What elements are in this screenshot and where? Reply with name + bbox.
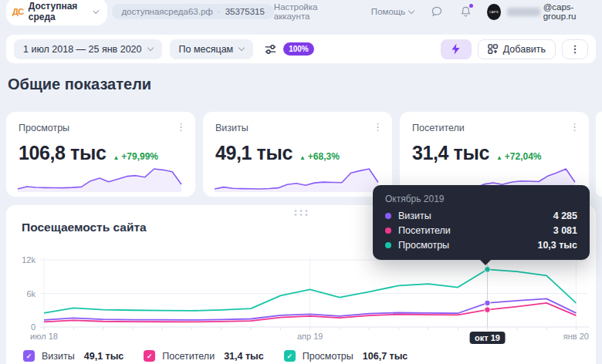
y-axis-label: 6k bbox=[6, 289, 36, 298]
date-range-label: 1 июл 2018 — 25 янв 2020 bbox=[23, 44, 142, 55]
metric-card-visits[interactable]: Визиты 49,1 тыс ▲+68,3% bbox=[203, 112, 392, 197]
card-menu-kebab-icon[interactable] bbox=[570, 121, 580, 133]
metric-cards-row: Просмотры 106,8 тыс ▲+79,99% Визиты 49,1… bbox=[6, 112, 589, 197]
counter-id: 35375315 bbox=[225, 7, 265, 16]
date-range-picker[interactable]: 1 июл 2018 — 25 янв 2020 bbox=[14, 39, 162, 59]
legend-checkbox[interactable] bbox=[284, 350, 296, 362]
sampling-control[interactable]: 100% bbox=[264, 42, 314, 56]
metric-card-visitors[interactable]: Посетители 31,4 тыс ▲+72,04% bbox=[400, 112, 589, 197]
avatar[interactable]: CAPS bbox=[487, 4, 500, 20]
metric-value: 49,1 тыс bbox=[215, 142, 293, 164]
grouping-select[interactable]: По месяцам bbox=[170, 39, 254, 59]
legend-item-views[interactable]: Просмотры 106,7 тыс bbox=[284, 350, 408, 362]
line-chart-plot[interactable]: 06k12kиюл 18апр 19окт 19янв 20 bbox=[6, 250, 596, 350]
metric-title: Визиты bbox=[215, 123, 380, 133]
metric-title: Посетители bbox=[412, 123, 577, 133]
card-menu-kebab-icon[interactable] bbox=[176, 121, 186, 133]
grouping-label: По месяцам bbox=[179, 44, 234, 55]
notification-dot bbox=[469, 4, 473, 8]
delta-up-icon: ▲ bbox=[113, 154, 119, 161]
user-name-redacted bbox=[507, 8, 540, 16]
metric-value: 106,8 тыс bbox=[19, 142, 106, 164]
chart-legend: Визиты 49,1 тыс Посетители 31,4 тыс Прос… bbox=[23, 350, 408, 362]
x-axis-label: июл 18 bbox=[30, 332, 58, 341]
card-menu-kebab-icon[interactable] bbox=[373, 121, 383, 133]
account-settings-link[interactable]: Настройка аккаунта bbox=[274, 2, 342, 21]
x-axis-label: апр 19 bbox=[297, 332, 323, 341]
project-switcher[interactable]: ДС Доступная среда bbox=[6, 0, 107, 25]
metric-card-views[interactable]: Просмотры 106,8 тыс ▲+79,99% bbox=[6, 112, 195, 197]
metrica-dashboard: ДС Доступная среда доступнаясреда63.рф 3… bbox=[0, 0, 602, 364]
widgets-grid-icon bbox=[488, 44, 498, 54]
ai-assistant-button[interactable] bbox=[441, 39, 472, 59]
chevron-down-icon bbox=[408, 7, 414, 13]
delta-up-icon: ▲ bbox=[496, 154, 502, 161]
sparkline-chart bbox=[214, 163, 379, 192]
notifications-bell-icon[interactable] bbox=[460, 5, 472, 18]
add-widget-label: Добавить bbox=[503, 44, 546, 55]
tooltip-row: Визиты 4 285 bbox=[385, 211, 577, 221]
x-axis-label: янв 20 bbox=[563, 332, 589, 341]
chat-icon[interactable] bbox=[431, 5, 443, 18]
legend-checkbox[interactable] bbox=[144, 350, 155, 362]
dot-separator bbox=[218, 7, 221, 16]
section-title: Общие показатели bbox=[8, 76, 151, 93]
legend-item-visits[interactable]: Визиты 49,1 тыс bbox=[23, 350, 123, 362]
user-email[interactable]: @caps-group.ru bbox=[543, 2, 596, 21]
legend-checkbox[interactable] bbox=[23, 350, 35, 362]
y-axis-label: 0 bbox=[6, 322, 36, 332]
chart-tooltip: Октябрь 2019 Визиты 4 285 Посетители 3 0… bbox=[373, 185, 590, 260]
top-bar: ДС Доступная среда доступнаясреда63.рф 3… bbox=[0, 0, 602, 23]
sampling-badge: 100% bbox=[283, 42, 314, 56]
next-card-sliver bbox=[596, 112, 602, 197]
metric-delta: ▲+72,04% bbox=[496, 151, 542, 162]
y-axis-label: 12k bbox=[6, 255, 36, 265]
metric-delta: ▲+68,3% bbox=[299, 151, 340, 162]
sparkline-chart bbox=[17, 163, 182, 192]
help-label: Помощь bbox=[371, 7, 405, 16]
toolbar-more-menu-button[interactable] bbox=[562, 39, 588, 59]
help-menu[interactable]: Помощь bbox=[371, 7, 414, 16]
legend-item-visitors[interactable]: Посетители 31,4 тыс bbox=[144, 350, 263, 362]
chart-title: Посещаемость сайта bbox=[22, 221, 147, 234]
chevron-down-icon bbox=[93, 8, 100, 14]
counter-info[interactable]: доступнаясреда63.рф 35375315 bbox=[112, 4, 273, 19]
tooltip-row: Просмотры 10,3 тыс bbox=[385, 240, 577, 251]
project-logo-icon: ДС bbox=[12, 7, 24, 16]
series-dot bbox=[385, 228, 391, 234]
tooltip-row: Посетители 3 081 bbox=[385, 225, 577, 236]
lightning-icon bbox=[451, 43, 461, 55]
chevron-down-icon bbox=[147, 45, 153, 51]
line-chart-svg bbox=[6, 250, 596, 335]
filters-sliders-icon bbox=[264, 43, 277, 56]
metric-title: Просмотры bbox=[19, 123, 183, 133]
chevron-down-icon bbox=[238, 45, 245, 51]
project-name: Доступная среда bbox=[29, 1, 90, 22]
counter-domain: доступнаясреда63.рф bbox=[121, 7, 212, 16]
tooltip-arrow bbox=[479, 259, 492, 265]
delta-up-icon: ▲ bbox=[299, 154, 306, 161]
metric-value: 31,4 тыс bbox=[412, 142, 489, 164]
kebab-icon bbox=[570, 43, 580, 55]
series-dot bbox=[385, 242, 391, 248]
series-dot bbox=[385, 213, 391, 219]
x-axis-label: окт 19 bbox=[469, 332, 506, 344]
toolbar-actions: Добавить bbox=[441, 39, 588, 59]
dashboard-toolbar: 1 июл 2018 — 25 янв 2020 По месяцам 100%… bbox=[6, 35, 596, 63]
tooltip-title: Октябрь 2019 bbox=[385, 194, 577, 204]
metric-delta: ▲+79,99% bbox=[113, 151, 158, 162]
add-widget-button[interactable]: Добавить bbox=[478, 39, 556, 59]
widget-drag-handle[interactable] bbox=[293, 209, 309, 216]
